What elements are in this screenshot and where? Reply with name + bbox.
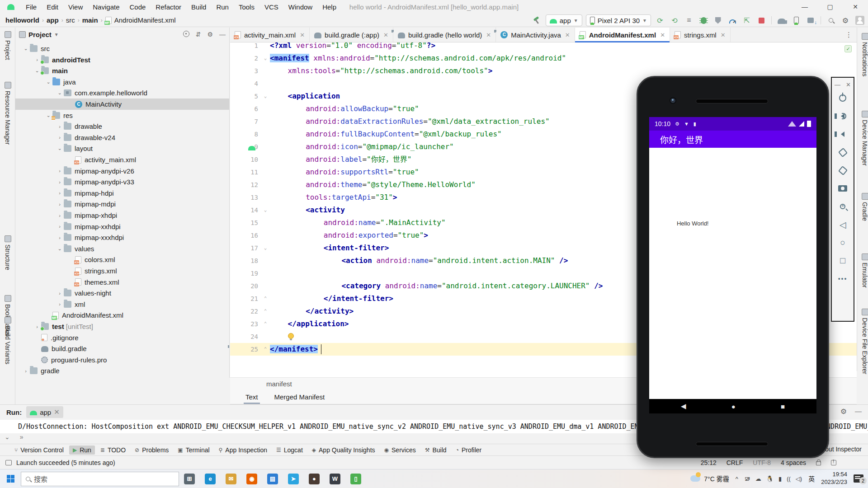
- intention-bulb-icon[interactable]: [288, 333, 294, 339]
- attach-debugger-icon[interactable]: [712, 15, 723, 26]
- zoom-icon[interactable]: [835, 197, 850, 216]
- tree-item-strings-xml[interactable]: strings.xml: [15, 265, 229, 277]
- profiler-icon[interactable]: [727, 15, 738, 26]
- tool-window-button-app-inspection[interactable]: ⚲App Inspection: [215, 446, 271, 455]
- tool-strip-structure[interactable]: Structure: [0, 235, 15, 270]
- fold-start-icon[interactable]: ⌄: [262, 242, 269, 254]
- minimize-button[interactable]: —: [792, 0, 817, 14]
- close-icon[interactable]: ✕: [54, 408, 60, 416]
- tab-build-gradle-app-[interactable]: build.gradle (:app)✕: [310, 28, 393, 42]
- close-button[interactable]: ✕: [843, 0, 868, 14]
- breadcrumb-helloworld[interactable]: helloworld: [5, 16, 39, 24]
- tree-item-layout[interactable]: ⌄layout: [15, 143, 229, 154]
- firefox-icon[interactable]: ◉: [241, 469, 262, 488]
- tree-item-build-gradle[interactable]: build.gradle: [15, 343, 229, 354]
- tool-strip-device-file-explorer[interactable]: Device File Explorer: [857, 309, 868, 374]
- breadcrumb-androidmanifest-xml[interactable]: AndroidManifest.xml: [114, 16, 176, 24]
- tree-arrow-closed-icon[interactable]: ›: [56, 224, 64, 229]
- manifest-tab-text[interactable]: Text: [244, 390, 260, 404]
- tab-androidmanifest-xml[interactable]: AndroidManifest.xml✕: [575, 28, 670, 42]
- code-line-2[interactable]: 2⌄<manifest xmlns:android="http://schema…: [230, 52, 857, 65]
- profile-avatar-icon[interactable]: [854, 15, 865, 26]
- close-icon[interactable]: ✕: [565, 32, 570, 38]
- tool-window-button-services[interactable]: ◉Services: [381, 446, 420, 455]
- tree-item--gitignore[interactable]: .gitignore: [15, 376, 229, 378]
- code-line-3[interactable]: 3xmlns:tools="http://schemas.android.com…: [230, 65, 857, 77]
- tool-strip-device-manager[interactable]: Device Manager: [857, 111, 868, 166]
- device-selector[interactable]: Pixel 2 API 30 ▼: [586, 14, 651, 26]
- minimize-icon[interactable]: —: [835, 81, 840, 88]
- menu-code[interactable]: Code: [124, 0, 151, 14]
- stop-icon[interactable]: [756, 15, 767, 26]
- network-icon[interactable]: ((: [787, 475, 791, 482]
- weather-widget[interactable]: 7°C 雾霾: [690, 474, 729, 483]
- back-icon[interactable]: ◁: [835, 216, 850, 234]
- tree-item-xml[interactable]: ›xml: [15, 299, 229, 310]
- qq-icon[interactable]: 🐧: [766, 475, 774, 482]
- menu-refactor[interactable]: Refactor: [151, 0, 186, 14]
- overview-button[interactable]: ■: [781, 403, 785, 410]
- back-button[interactable]: ◀: [681, 402, 686, 410]
- menu-navigate[interactable]: Navigate: [88, 0, 124, 14]
- tree-item-src[interactable]: ⌄src: [15, 43, 229, 54]
- tree-item-java[interactable]: ⌄java: [15, 76, 229, 88]
- tree-arrow-closed-icon[interactable]: ›: [56, 301, 64, 307]
- indent-setting[interactable]: 4 spaces: [781, 459, 806, 466]
- battery-icon[interactable]: ▮: [778, 475, 782, 482]
- clock[interactable]: 19:54 2023/2/23: [821, 471, 847, 486]
- tool-window-button-run[interactable]: ▶Run: [69, 446, 95, 455]
- close-icon[interactable]: ✕: [383, 32, 388, 38]
- fold-start-icon[interactable]: ⌄: [262, 90, 269, 103]
- input-language[interactable]: 英: [808, 474, 815, 483]
- tree-item-gradle[interactable]: ›gradle: [15, 365, 229, 376]
- tool-window-button-problems[interactable]: ⊘Problems: [131, 446, 172, 455]
- edge-icon[interactable]: e: [200, 469, 221, 488]
- menu-help[interactable]: Help: [317, 0, 341, 14]
- tree-arrow-closed-icon[interactable]: ›: [56, 202, 64, 207]
- tree-item-androidtest[interactable]: ›androidTest: [15, 54, 229, 66]
- tool-strip-emulator[interactable]: Emulator: [857, 253, 868, 288]
- tree-item-androidmanifest-xml[interactable]: AndroidManifest.xml: [15, 310, 229, 321]
- menu-view[interactable]: View: [63, 0, 88, 14]
- breadcrumb-main[interactable]: main: [82, 16, 98, 24]
- tree-item-mipmap-anydpi-v26[interactable]: ›mipmap-anydpi-v26: [15, 165, 229, 177]
- fold-start-icon[interactable]: ⌄: [262, 204, 269, 216]
- tool-strip-project[interactable]: Project: [0, 31, 15, 60]
- home-icon[interactable]: ○: [835, 234, 850, 252]
- close-icon[interactable]: ✕: [300, 32, 305, 38]
- pc-sync-icon[interactable]: 🖳: [745, 475, 750, 482]
- tool-window-button-build[interactable]: ⚒Build: [421, 446, 450, 455]
- tree-arrow-closed-icon[interactable]: ›: [56, 213, 64, 218]
- close-icon[interactable]: ✕: [486, 32, 491, 38]
- settings-icon[interactable]: ⚙: [840, 15, 851, 26]
- expand-collapse-icon[interactable]: ⇵: [196, 31, 201, 38]
- tab-strings-xml[interactable]: strings.xml✕: [670, 28, 731, 42]
- tree-item-colors-xml[interactable]: colors.xml: [15, 254, 229, 265]
- tree-arrow-closed-icon[interactable]: ›: [56, 190, 64, 196]
- gradle-sync-icon[interactable]: [776, 15, 787, 26]
- screenshot-icon[interactable]: [835, 179, 850, 197]
- tool-window-button-logcat[interactable]: ☰Logcat: [273, 446, 307, 455]
- debug-icon[interactable]: [698, 15, 709, 26]
- tree-arrow-closed-icon[interactable]: ›: [56, 168, 64, 174]
- tab-build-gradle-hello-world-[interactable]: build.gradle (hello world)✕: [393, 28, 496, 42]
- tab-activity_main-xml[interactable]: activity_main.xml✕: [230, 28, 310, 42]
- apply-code-changes-icon[interactable]: ⟲: [669, 15, 680, 26]
- run-tab-app[interactable]: app ✕: [26, 406, 63, 418]
- console-tool-0[interactable]: ⌄: [5, 433, 10, 441]
- tool-window-button-todo[interactable]: ≣TODO: [97, 446, 129, 455]
- power-icon[interactable]: [835, 89, 850, 107]
- fold-end-icon[interactable]: ⌃: [262, 318, 269, 330]
- hide-panel-icon[interactable]: —: [855, 407, 862, 416]
- locate-file-icon[interactable]: [183, 31, 189, 37]
- settings-icon[interactable]: ⚙: [207, 31, 213, 38]
- tree-arrow-open-icon[interactable]: ⌄: [22, 46, 30, 52]
- tree-item-drawable-v24[interactable]: ›drawable-v24: [15, 132, 229, 143]
- close-icon[interactable]: ✕: [721, 32, 726, 38]
- lock-icon[interactable]: [816, 461, 821, 465]
- search-everywhere-icon[interactable]: [826, 15, 836, 26]
- tree-item-mipmap-hdpi[interactable]: ›mipmap-hdpi: [15, 188, 229, 199]
- more-icon[interactable]: •••: [835, 270, 850, 288]
- volume-down-icon[interactable]: [835, 125, 850, 143]
- store-icon[interactable]: ▤: [262, 469, 283, 488]
